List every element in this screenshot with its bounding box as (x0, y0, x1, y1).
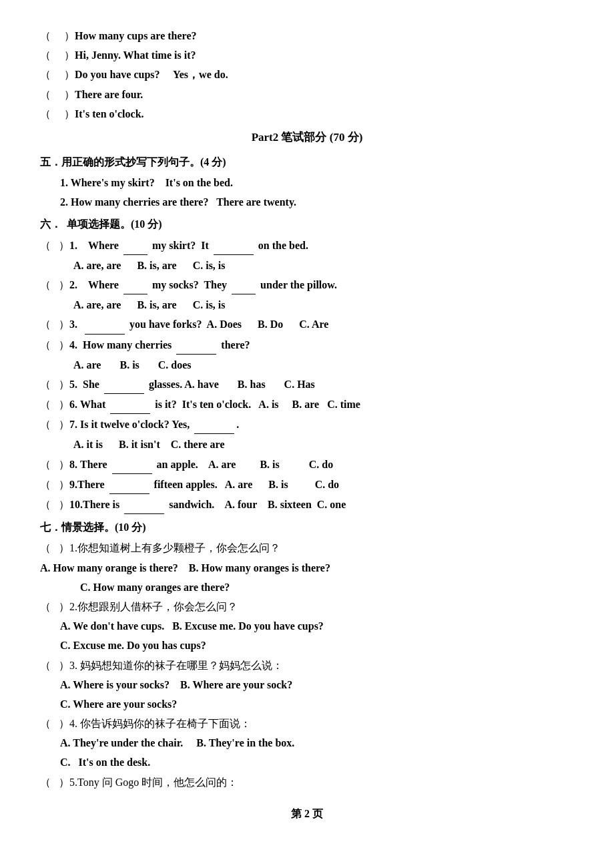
section7-q1-prompt: （ ）1.你想知道树上有多少颗橙子，你会怎么问？ (40, 539, 574, 557)
section7-q3-ab: A. Where is your socks? B. Where are you… (60, 676, 574, 694)
section7-q2-prompt: （ ）2.你想跟别人借杯子，你会怎么问？ (40, 598, 574, 616)
listening-section: （ ）How many cups are there? （ ）Hi, Jenny… (40, 27, 574, 123)
section6-q5: （ ）5. She glasses. A. have B. has C. Has (40, 375, 574, 394)
section7-q4-c: C. It's on the desk. (60, 753, 574, 771)
section6-q1: （ ）1. Where my skirt? It on the bed. (40, 236, 574, 255)
section6-title: 六． 单项选择题。(10 分) (40, 215, 574, 233)
section7-q3-prompt: （ ）3. 妈妈想知道你的袜子在哪里？妈妈怎么说： (40, 656, 574, 674)
section7-q1-c: C. How many oranges are there? (80, 578, 574, 596)
section7-q4-prompt: （ ）4. 你告诉妈妈你的袜子在椅子下面说： (40, 714, 574, 732)
section6-q9: （ ）9.There fifteen apples. A. are B. is … (40, 475, 574, 494)
section6-q2: （ ）2. Where my socks? They under the pil… (40, 276, 574, 294)
section5-q1: 1. Where's my skirt? It's on the bed. (60, 174, 574, 192)
section6-q7-options: A. it is B. it isn't C. there are (73, 435, 574, 453)
listen-item-3: （ ）Do you have cups? Yes，we do. (40, 65, 574, 83)
section6-q8: （ ）8. There an apple. A. are B. is C. do (40, 455, 574, 474)
listen-item-4: （ ）There are four. (40, 85, 574, 103)
part2-title: Part2 笔试部分 (70 分) (40, 128, 574, 148)
section5-title: 五．用正确的形式抄写下列句子。(4 分) (40, 153, 574, 171)
section7-q5-prompt: （ ）5.Tony 问 Gogo 时间，他怎么问的： (40, 773, 574, 791)
section5-q2: 2. How many cherries are there? There ar… (60, 193, 574, 211)
listen-item-1: （ ）How many cups are there? (40, 27, 574, 45)
section7-q4-ab: A. They're under the chair. B. They're i… (60, 734, 574, 752)
section7-q2-ab: A. We don't have cups. B. Excuse me. Do … (60, 617, 574, 635)
listen-item-2: （ ）Hi, Jenny. What time is it? (40, 46, 574, 64)
section7-q1-a: A. How many orange is there? B. How many… (40, 559, 574, 577)
section6-q2-options: A. are, are B. is, are C. is, is (73, 296, 574, 314)
section6-q1-options: A. are, are B. is, are C. is, is (73, 256, 574, 274)
section6-q6: （ ）6. What is it? It's ten o'clock. A. i… (40, 395, 574, 414)
section6-q7: （ ）7. Is it twelve o'clock? Yes, . (40, 415, 574, 434)
section6-q10: （ ）10.There is sandwich. A. four B. sixt… (40, 495, 574, 514)
section7-title: 七．情景选择。(10 分) (40, 518, 574, 536)
section6-q3: （ ）3. you have forks? A. Does B. Do C. A… (40, 315, 574, 334)
section6-q4-options: A. are B. is C. does (73, 356, 574, 374)
section7-q2-c: C. Excuse me. Do you has cups? (60, 636, 574, 654)
page-content: （ ）How many cups are there? （ ）Hi, Jenny… (40, 27, 574, 823)
section6-q4: （ ）4. How many cherries there? (40, 336, 574, 355)
listen-item-5: （ ）It's ten o'clock. (40, 105, 574, 123)
section7-q3-c: C. Where are your socks? (60, 695, 574, 713)
page-number: 第 2 页 (40, 805, 574, 823)
